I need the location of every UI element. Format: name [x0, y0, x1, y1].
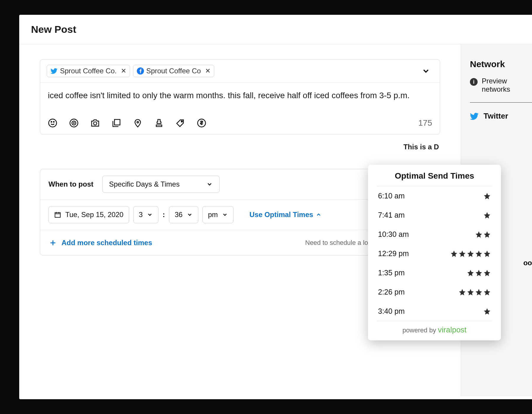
optimal-time-label: 7:41 am [378, 211, 405, 219]
optimal-times-popover: Optimal Send Times 6:10 am7:41 am10:30 a… [368, 165, 501, 340]
svg-point-2 [51, 122, 52, 122]
page-title: New Post [31, 24, 520, 35]
hour-select[interactable]: 3 [133, 206, 158, 223]
schedule-mode-value: Specific Days & Times [109, 180, 180, 188]
info-icon: i [470, 78, 478, 86]
chevron-down-icon [222, 212, 228, 218]
compose-toolbar: 175 [40, 115, 440, 134]
popover-title: Optimal Send Times [368, 171, 501, 186]
plus-icon: ＋ [48, 237, 57, 249]
ampm-value: pm [208, 211, 218, 219]
optimal-time-row[interactable]: 12:29 pm [368, 244, 501, 263]
remove-chip-icon[interactable]: ✕ [205, 67, 210, 75]
draft-status-text: This is a D [40, 143, 440, 151]
optimal-time-label: 12:29 pm [378, 249, 409, 258]
network-heading: Network [470, 59, 532, 69]
svg-point-9 [137, 122, 138, 123]
optimal-time-row[interactable]: 1:35 pm [368, 263, 501, 282]
svg-rect-8 [114, 119, 120, 125]
optimal-time-label: 2:26 pm [378, 288, 405, 296]
chevron-down-icon [187, 212, 193, 218]
target-icon[interactable] [69, 118, 79, 128]
optimal-time-label: 1:35 pm [378, 269, 405, 277]
monetize-icon[interactable] [197, 118, 206, 128]
date-value: Tue, Sep 15, 2020 [65, 211, 124, 219]
emoji-icon[interactable] [48, 118, 57, 128]
optimal-time-row[interactable]: 6:10 am [368, 186, 501, 206]
tag-icon[interactable] [176, 118, 185, 128]
star-rating [458, 288, 491, 296]
svg-point-6 [74, 123, 74, 124]
twitter-icon [470, 112, 479, 121]
profile-expand-icon[interactable] [421, 67, 430, 75]
minute-select[interactable]: 36 [169, 206, 198, 223]
optimal-time-label: 3:40 pm [378, 307, 405, 316]
ampm-select[interactable]: pm [202, 206, 233, 223]
hour-value: 3 [139, 211, 143, 219]
preview-line1: Preview [482, 77, 507, 85]
star-rating [483, 211, 491, 219]
optimal-time-row[interactable]: 10:30 am [368, 225, 501, 244]
gallery-icon[interactable] [112, 118, 121, 128]
star-rating [483, 308, 491, 315]
char-counter: 175 [418, 118, 432, 128]
optimal-time-row[interactable]: 7:41 am [368, 206, 501, 225]
network-twitter-item[interactable]: Twitter [470, 111, 532, 121]
optimal-time-label: 6:10 am [378, 192, 405, 200]
profile-chip-facebook[interactable]: Sprout Coffee Co ✕ [133, 65, 214, 77]
svg-point-3 [53, 122, 54, 122]
viralpost-brand: viralpost [438, 325, 467, 334]
chevron-up-icon [316, 212, 322, 218]
divider [470, 102, 532, 103]
svg-point-7 [94, 122, 97, 125]
header: New Post [19, 15, 532, 44]
camera-icon[interactable] [90, 118, 100, 128]
location-pin-icon[interactable] [133, 118, 142, 128]
optimal-time-label: 10:30 am [378, 230, 409, 239]
time-separator: : [163, 211, 165, 219]
minute-value: 36 [175, 211, 183, 219]
add-more-times-button[interactable]: ＋ Add more scheduled times [48, 237, 152, 249]
star-rating [467, 269, 491, 277]
compose-box: Sprout Coffee Co. ✕ Sprout Coffee Co ✕ i… [40, 59, 440, 135]
optimal-time-row[interactable]: 3:40 pm [368, 302, 501, 321]
svg-rect-12 [55, 213, 60, 217]
star-rating [475, 231, 491, 238]
profile-selector-row[interactable]: Sprout Coffee Co. ✕ Sprout Coffee Co ✕ [40, 59, 440, 83]
network-twitter-label: Twitter [484, 111, 508, 121]
remove-chip-icon[interactable]: ✕ [121, 67, 126, 75]
when-to-post-label: When to post [48, 180, 93, 188]
preview-info-row: i Preview networks [470, 77, 532, 93]
svg-point-10 [181, 121, 182, 122]
stamp-icon[interactable] [154, 118, 164, 128]
clipped-text: oo [523, 259, 532, 267]
date-picker[interactable]: Tue, Sep 15, 2020 [48, 206, 129, 223]
optimal-times-list: 6:10 am7:41 am10:30 am12:29 pm1:35 pm2:2… [368, 186, 501, 321]
star-rating [450, 250, 491, 258]
use-optimal-label: Use Optimal Times [249, 211, 313, 219]
compose-textarea[interactable]: iced coffee isn't limited to only the wa… [40, 83, 440, 115]
schedule-mode-select[interactable]: Specific Days & Times [102, 176, 220, 193]
chevron-down-icon [206, 181, 213, 187]
optimal-time-row[interactable]: 2:26 pm [368, 282, 501, 302]
svg-point-1 [49, 119, 57, 127]
profile-chip-twitter[interactable]: Sprout Coffee Co. ✕ [47, 65, 130, 77]
powered-by-row: powered by viralpost [368, 321, 501, 334]
add-more-label: Add more scheduled times [61, 239, 152, 247]
twitter-icon [51, 67, 58, 75]
facebook-icon [137, 67, 144, 75]
preview-line2: networks [482, 85, 510, 93]
use-optimal-times-toggle[interactable]: Use Optimal Times [249, 211, 322, 219]
profile-chip-label: Sprout Coffee Co. [60, 67, 117, 75]
calendar-icon [54, 211, 61, 218]
powered-by-label: powered by [403, 326, 436, 334]
profile-chip-label: Sprout Coffee Co [146, 67, 201, 75]
chevron-down-icon [147, 212, 153, 218]
preview-text: Preview networks [482, 77, 510, 93]
star-rating [483, 192, 491, 200]
